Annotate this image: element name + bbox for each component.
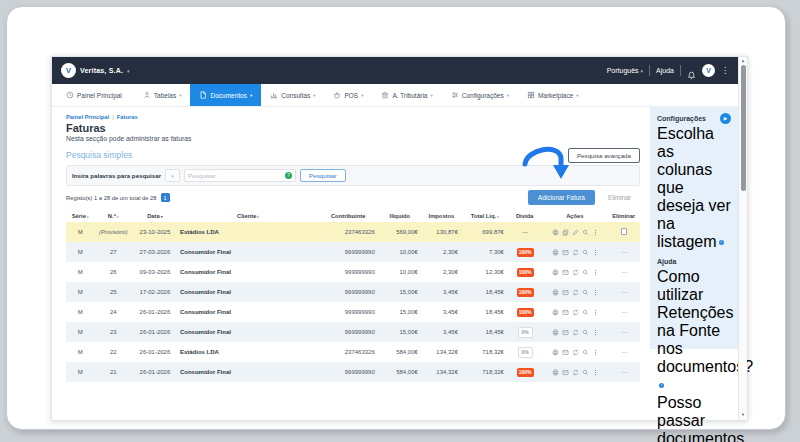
column-header[interactable]: Ilíquido (379, 209, 422, 222)
mail-icon[interactable] (562, 349, 569, 356)
more-icon[interactable] (592, 349, 599, 356)
sidebar-item[interactable]: Ajudai (657, 258, 731, 265)
mail-icon[interactable] (562, 289, 569, 296)
language-selector[interactable]: Português ▾ (607, 67, 643, 74)
breadcrumb-link[interactable]: Faturas (117, 114, 138, 120)
mail-icon[interactable] (562, 269, 569, 276)
search-icon[interactable] (582, 329, 589, 336)
cell-total: 699,87€ (462, 222, 508, 242)
column-header[interactable]: Eliminar (608, 209, 640, 222)
search-icon[interactable] (582, 249, 589, 256)
menu-item[interactable]: Consultas ▾ (261, 84, 324, 106)
search-button[interactable]: Pesquisar (300, 169, 346, 182)
menu-item[interactable]: Marketplace ▾ (518, 84, 588, 106)
menu-item[interactable]: A. Tributária ▾ (372, 84, 441, 106)
delete-checkbox[interactable] (621, 228, 628, 235)
search-field-select[interactable]: ▾ (165, 169, 180, 182)
invoice-row[interactable]: M 27 27-03-2026 Consumidor Final 9999999… (66, 242, 640, 262)
sync-icon[interactable] (572, 329, 579, 336)
sync-icon[interactable] (572, 289, 579, 296)
more-icon[interactable] (592, 309, 599, 316)
print-icon[interactable] (552, 269, 559, 276)
sync-icon[interactable] (572, 249, 579, 256)
search-help-icon[interactable]: ? (285, 172, 292, 179)
invoice-row[interactable]: M 26 09-03-2026 Consumidor Final 9999999… (66, 262, 640, 282)
print-icon[interactable] (552, 369, 559, 376)
print-icon[interactable] (552, 289, 559, 296)
invoice-row[interactable]: M (Provisório) 23-10-2025 Estádios LDA 2… (66, 222, 640, 242)
more-icon[interactable] (592, 329, 599, 336)
column-header[interactable]: Dívida (508, 209, 542, 222)
search-icon[interactable] (582, 229, 589, 236)
company-switcher[interactable]: V Veritas, S.A. ▾ (61, 63, 130, 78)
sidebar-item[interactable]: Escolha as colunas que deseja ver na lis… (657, 125, 731, 251)
search-icon[interactable] (582, 349, 589, 356)
print-icon[interactable] (552, 329, 559, 336)
search-icon[interactable] (582, 269, 589, 276)
invoice-row[interactable]: M 23 26-01-2026 Consumidor Final 9999999… (66, 322, 640, 342)
video-play-button[interactable]: ▶ (720, 113, 731, 124)
column-header[interactable]: Impostos (422, 209, 462, 222)
scrollbar-thumb[interactable] (741, 65, 746, 191)
delete-selected-button[interactable]: Eliminar (599, 194, 640, 201)
search-icon[interactable] (582, 369, 589, 376)
menu-item[interactable]: Tabelas ▾ (134, 84, 191, 106)
more-icon[interactable] (592, 269, 599, 276)
cell-numero: 25 (95, 282, 132, 302)
column-header[interactable]: Série▸ (66, 209, 95, 222)
cell-numero: 24 (95, 302, 132, 322)
info-icon[interactable]: i (719, 240, 724, 245)
scroll-up-arrow-icon[interactable]: ▲ (739, 58, 747, 63)
more-icon[interactable] (592, 229, 599, 236)
breadcrumb-link[interactable]: Painel Principal (66, 114, 109, 120)
sync-icon[interactable] (572, 269, 579, 276)
window-scrollbar[interactable]: ▲ ▼ (738, 57, 747, 420)
overflow-menu-icon[interactable]: ⋮ (721, 67, 729, 75)
mail-icon[interactable] (562, 309, 569, 316)
more-icon[interactable] (592, 289, 599, 296)
column-header[interactable]: Data▾ (132, 209, 178, 222)
sync-icon[interactable] (572, 349, 579, 356)
invoice-row[interactable]: M 25 17-02-2026 Consumidor Final 9999999… (66, 282, 640, 302)
invoice-row[interactable]: M 21 26-01-2026 Consumidor Final 9999999… (66, 362, 640, 382)
mail-icon[interactable] (562, 329, 569, 336)
pagination-page-1[interactable]: 1 (161, 193, 170, 202)
print-icon[interactable] (552, 249, 559, 256)
advanced-search-button[interactable]: Pesquisa avançada (568, 148, 640, 163)
column-header[interactable]: Total Liq.▸ (462, 209, 508, 222)
add-invoice-button[interactable]: Adicionar Fatura (528, 190, 595, 205)
mail-icon[interactable] (562, 369, 569, 376)
search-icon[interactable] (582, 289, 589, 296)
menu-item[interactable]: POS ▾ (324, 84, 372, 106)
sidebar-item[interactable]: Posso passar documentos a clientes não i… (657, 394, 731, 442)
info-icon[interactable]: i (659, 383, 664, 388)
column-header[interactable]: N.º▸ (95, 209, 132, 222)
scroll-down-arrow-icon[interactable]: ▼ (739, 412, 747, 417)
search-icon[interactable] (582, 309, 589, 316)
print-icon[interactable] (552, 309, 559, 316)
print-icon[interactable] (552, 349, 559, 356)
mail-icon[interactable] (562, 249, 569, 256)
more-icon[interactable] (592, 249, 599, 256)
edit-icon[interactable] (572, 229, 579, 236)
menu-item[interactable]: Painel Principal (57, 84, 134, 106)
print-icon[interactable] (552, 229, 559, 236)
sync-icon[interactable] (572, 309, 579, 316)
invoice-row[interactable]: M 24 26-01-2026 Consumidor Final 9999999… (66, 302, 640, 322)
search-input[interactable] (188, 172, 283, 179)
cell-contribuinte: 999999990 (319, 322, 379, 342)
column-header[interactable]: Contribuinte (319, 209, 379, 222)
column-header[interactable]: Cliente▸ (178, 209, 319, 222)
more-icon[interactable] (592, 369, 599, 376)
user-avatar[interactable]: V (702, 64, 715, 77)
column-header[interactable]: Ações (542, 209, 608, 222)
copy-icon[interactable] (562, 229, 569, 236)
sync-icon[interactable] (572, 369, 579, 376)
help-link[interactable]: Ajuda (656, 67, 674, 74)
invoice-row[interactable]: M 22 26-01-2026 Estádios LDA 237463326 5… (66, 342, 640, 362)
menu-item[interactable]: Documentos ▾ (190, 84, 261, 106)
notifications-bell-icon[interactable] (687, 66, 696, 75)
menu-item[interactable]: Configurações ▾ (442, 84, 518, 106)
sidebar-item[interactable]: Como utilizar Retenções na Fonte nos doc… (657, 268, 731, 394)
search-input-wrap: ? (184, 169, 296, 182)
